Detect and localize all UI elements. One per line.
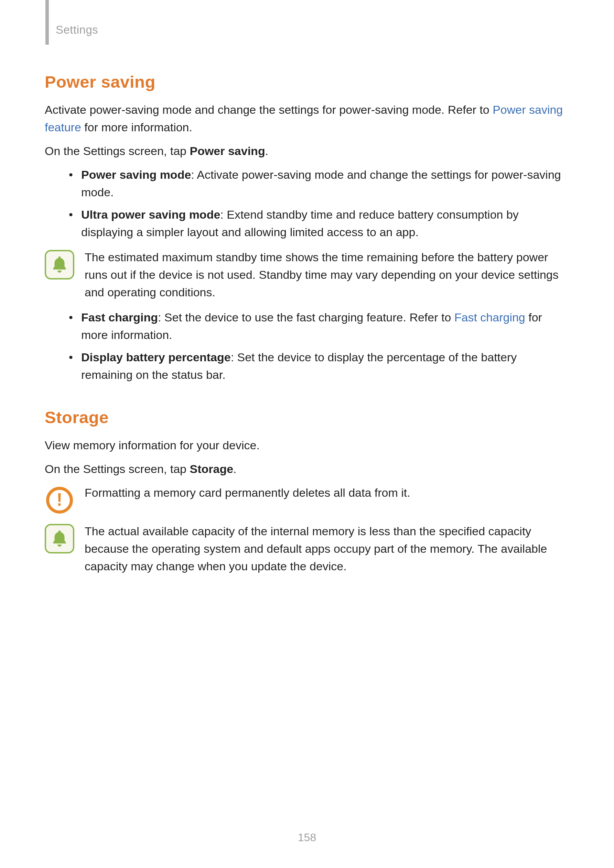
- breadcrumb: Settings: [56, 23, 98, 36]
- heading-power-saving: Power saving: [45, 72, 569, 91]
- note-text: The actual available capacity of the int…: [85, 522, 569, 575]
- text: .: [233, 462, 236, 476]
- power-saving-bullets-2: Fast charging: Set the device to use the…: [69, 309, 569, 384]
- text: On the Settings screen, tap: [45, 462, 190, 476]
- text: Activate power-saving mode and change th…: [45, 103, 493, 116]
- note-callout: The estimated maximum standby time shows…: [45, 248, 569, 301]
- power-saving-intro: Activate power-saving mode and change th…: [45, 101, 569, 136]
- exclamation-icon: !: [56, 491, 62, 508]
- text: .: [265, 144, 268, 157]
- list-item: Display battery percentage: Set the devi…: [69, 349, 569, 384]
- text-bold: Storage: [190, 462, 233, 476]
- bullet-label: Fast charging: [81, 311, 158, 324]
- warning-icon: !: [45, 485, 74, 515]
- bullet-label: Display battery percentage: [81, 350, 231, 364]
- tab-marker: [45, 0, 49, 45]
- page-number: 158: [0, 831, 614, 844]
- storage-nav: On the Settings screen, tap Storage.: [45, 460, 569, 478]
- heading-storage: Storage: [45, 408, 569, 427]
- bullet-label: Ultra power saving mode: [81, 208, 220, 221]
- bullet-label: Power saving mode: [81, 168, 191, 181]
- note-text: The estimated maximum standby time shows…: [85, 248, 569, 301]
- note-icon: [45, 250, 74, 279]
- text: for more information.: [81, 121, 192, 134]
- bell-icon: [51, 530, 67, 548]
- link-fast-charging[interactable]: Fast charging: [454, 311, 525, 324]
- warning-text: Formatting a memory card permanently del…: [85, 484, 569, 502]
- text: On the Settings screen, tap: [45, 144, 190, 157]
- list-item: Power saving mode: Activate power-saving…: [69, 166, 569, 201]
- bell-icon: [51, 256, 67, 274]
- list-item: Fast charging: Set the device to use the…: [69, 309, 569, 344]
- storage-intro: View memory information for your device.: [45, 437, 569, 454]
- power-saving-nav: On the Settings screen, tap Power saving…: [45, 142, 569, 160]
- text-bold: Power saving: [190, 144, 265, 157]
- warning-callout: ! Formatting a memory card permanently d…: [45, 484, 569, 515]
- bullet-text: : Set the device to use the fast chargin…: [158, 311, 454, 324]
- exclamation-circle-icon: !: [46, 487, 73, 514]
- power-saving-bullets-1: Power saving mode: Activate power-saving…: [69, 166, 569, 241]
- header-tab-bar: Settings: [45, 21, 569, 34]
- note-icon: [45, 524, 74, 553]
- note-callout: The actual available capacity of the int…: [45, 522, 569, 575]
- list-item: Ultra power saving mode: Extend standby …: [69, 206, 569, 241]
